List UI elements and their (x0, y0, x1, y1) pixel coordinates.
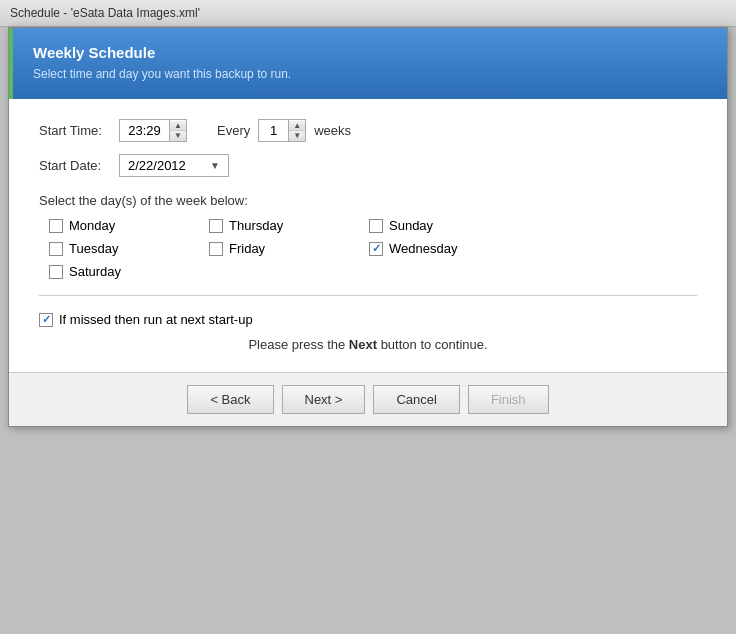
monday-checkbox[interactable] (49, 219, 63, 233)
info-text-before: Please press the (248, 337, 348, 352)
friday-checkbox[interactable] (209, 242, 223, 256)
time-value: 23:29 (120, 120, 170, 141)
info-text-bold: Next (349, 337, 377, 352)
dropdown-arrow-icon: ▼ (210, 160, 220, 171)
days-label: Select the day(s) of the week below: (39, 193, 697, 208)
saturday-label: Saturday (69, 264, 121, 279)
finish-button[interactable]: Finish (468, 385, 549, 414)
every-spin-down[interactable]: ▼ (289, 131, 305, 141)
missed-section[interactable]: If missed then run at next start-up (39, 312, 697, 327)
wednesday-label: Wednesday (389, 241, 457, 256)
dialog: Weekly Schedule Select time and day you … (8, 27, 728, 427)
day-friday[interactable]: Friday (209, 241, 369, 256)
time-spin-down[interactable]: ▼ (170, 131, 186, 141)
thursday-label: Thursday (229, 218, 283, 233)
number-input[interactable]: 1 ▲ ▼ (258, 119, 306, 142)
date-picker[interactable]: 2/22/2012 ▼ (119, 154, 229, 177)
sunday-label: Sunday (389, 218, 433, 233)
every-label: Every (217, 123, 250, 138)
separator (39, 295, 697, 296)
thursday-checkbox[interactable] (209, 219, 223, 233)
monday-label: Monday (69, 218, 115, 233)
every-value: 1 (259, 120, 289, 141)
day-monday[interactable]: Monday (49, 218, 209, 233)
day-tuesday[interactable]: Tuesday (49, 241, 209, 256)
every-section: Every 1 ▲ ▼ weeks (217, 119, 351, 142)
missed-checkbox[interactable] (39, 313, 53, 327)
start-time-label: Start Time: (39, 123, 119, 138)
date-row: Start Date: 2/22/2012 ▼ (39, 154, 697, 177)
wednesday-checkbox[interactable] (369, 242, 383, 256)
friday-label: Friday (229, 241, 265, 256)
cancel-button[interactable]: Cancel (373, 385, 459, 414)
date-value: 2/22/2012 (128, 158, 204, 173)
info-text-after: button to continue. (377, 337, 488, 352)
tuesday-label: Tuesday (69, 241, 118, 256)
title-text: Schedule - 'eSata Data Images.xml' (10, 6, 200, 20)
missed-label: If missed then run at next start-up (59, 312, 253, 327)
next-button[interactable]: Next > (282, 385, 366, 414)
days-section: Select the day(s) of the week below: Mon… (39, 193, 697, 279)
start-date-label: Start Date: (39, 158, 119, 173)
day-wednesday[interactable]: Wednesday (369, 241, 529, 256)
day-thursday[interactable]: Thursday (209, 218, 369, 233)
sunday-checkbox[interactable] (369, 219, 383, 233)
every-spin-buttons: ▲ ▼ (289, 121, 305, 141)
tuesday-checkbox[interactable] (49, 242, 63, 256)
time-input[interactable]: 23:29 ▲ ▼ (119, 119, 187, 142)
time-spin-up[interactable]: ▲ (170, 121, 186, 131)
dialog-header: Weekly Schedule Select time and day you … (9, 28, 727, 99)
header-subtitle: Select time and day you want this backup… (33, 67, 707, 81)
days-grid: Monday Thursday Sunday Tuesday (39, 218, 697, 279)
header-title: Weekly Schedule (33, 44, 707, 61)
saturday-checkbox[interactable] (49, 265, 63, 279)
back-button[interactable]: < Back (187, 385, 273, 414)
day-sunday[interactable]: Sunday (369, 218, 529, 233)
time-row: Start Time: 23:29 ▲ ▼ Every 1 ▲ ▼ weeks (39, 119, 697, 142)
info-text: Please press the Next button to continue… (39, 337, 697, 352)
time-spin-buttons: ▲ ▼ (170, 121, 186, 141)
every-spin-up[interactable]: ▲ (289, 121, 305, 131)
weeks-label: weeks (314, 123, 351, 138)
title-bar: Schedule - 'eSata Data Images.xml' (0, 0, 736, 27)
day-saturday[interactable]: Saturday (49, 264, 209, 279)
dialog-body: Start Time: 23:29 ▲ ▼ Every 1 ▲ ▼ weeks (9, 99, 727, 372)
button-bar: < Back Next > Cancel Finish (9, 372, 727, 426)
